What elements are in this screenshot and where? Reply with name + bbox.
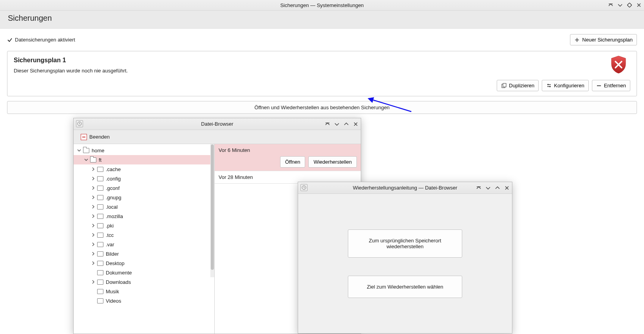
tree-label: .gconf bbox=[106, 185, 119, 191]
chevron-right-icon[interactable] bbox=[90, 185, 96, 191]
window-controls bbox=[608, 0, 642, 10]
minimize-icon[interactable] bbox=[334, 121, 340, 127]
svg-rect-1 bbox=[627, 3, 631, 7]
plan-title: Sicherungsplan 1 bbox=[14, 57, 630, 64]
tree-row[interactable]: .config bbox=[74, 174, 214, 183]
folder-icon bbox=[97, 195, 103, 200]
open-restore-button[interactable]: Öffnen und Wiederherstellen aus bestehen… bbox=[7, 101, 637, 114]
quit-button[interactable]: Beenden bbox=[78, 132, 113, 142]
chevron-right-icon[interactable] bbox=[90, 222, 96, 229]
tree-label: .config bbox=[106, 176, 121, 182]
chevron-right-icon[interactable] bbox=[90, 232, 96, 238]
file-browser-toolbar: Beenden bbox=[74, 130, 361, 144]
plus-icon bbox=[574, 37, 580, 43]
chevron-right-icon[interactable] bbox=[90, 260, 96, 266]
version-item[interactable]: Vor 6 MinutenÖffnenWiederherstellen bbox=[215, 144, 361, 171]
chevron-right-icon[interactable] bbox=[90, 166, 96, 172]
file-browser-title: Datei-Browser bbox=[201, 121, 233, 127]
folder-tree[interactable]: homeft.cache.config.gconf.gnupg.local.mo… bbox=[74, 144, 215, 334]
minimize-icon[interactable] bbox=[485, 185, 491, 191]
chevron-right-icon[interactable] bbox=[90, 175, 96, 182]
duplicate-button[interactable]: Duplizieren bbox=[497, 80, 539, 91]
folder-icon bbox=[90, 157, 96, 162]
tree-row[interactable]: .pki bbox=[74, 221, 214, 230]
tree-row[interactable]: .mozilla bbox=[74, 211, 214, 221]
folder-icon bbox=[97, 270, 103, 275]
tree-row[interactable]: Dokumente bbox=[74, 268, 214, 277]
tree-row[interactable]: Bilder bbox=[74, 249, 214, 258]
keep-above-icon[interactable] bbox=[608, 2, 613, 8]
restore-original-location-label: Zum ursprünglichen Speicherort wiederher… bbox=[369, 238, 441, 249]
duplicate-label: Duplizieren bbox=[509, 83, 534, 88]
svg-rect-3 bbox=[503, 83, 506, 87]
close-icon[interactable] bbox=[504, 185, 510, 191]
chevron-right-icon[interactable] bbox=[90, 213, 96, 219]
maximize-icon[interactable] bbox=[495, 185, 500, 191]
maximize-icon[interactable] bbox=[627, 2, 632, 8]
version-label: Vor 6 Minuten bbox=[219, 147, 357, 153]
chevron-right-icon[interactable] bbox=[90, 279, 96, 285]
tree-label: .mozilla bbox=[106, 213, 123, 219]
tree-row[interactable]: .local bbox=[74, 202, 214, 211]
restore-original-location-button[interactable]: Zum ursprünglichen Speicherort wiederher… bbox=[348, 229, 462, 258]
plan-description: Dieser Sicherungsplan wurde noch nie aus… bbox=[14, 68, 630, 74]
page-title: Sicherungen bbox=[0, 11, 644, 29]
chevron-down-icon[interactable] bbox=[83, 157, 89, 163]
tree-row[interactable]: ft bbox=[74, 155, 214, 164]
folder-icon bbox=[97, 223, 103, 228]
tree-row[interactable]: Musik bbox=[74, 287, 214, 296]
backup-plan-card: Sicherungsplan 1 Dieser Sicherungsplan w… bbox=[7, 51, 637, 96]
minimize-icon[interactable] bbox=[617, 2, 623, 8]
maximize-icon[interactable] bbox=[344, 121, 349, 127]
window-title: Sicherungen — Systemeinstellungen bbox=[280, 2, 364, 8]
chevron-right-icon[interactable] bbox=[90, 194, 96, 200]
tree-label: .cache bbox=[106, 166, 121, 172]
choose-restore-target-label: Ziel zum Wiederherstellen wählen bbox=[367, 284, 443, 290]
backups-enabled-checkbox[interactable]: Datensicherungen aktiviert bbox=[7, 37, 75, 43]
chevron-right-icon[interactable] bbox=[90, 204, 96, 210]
chevron-down-icon[interactable] bbox=[76, 147, 82, 153]
tree-row[interactable]: .tcc bbox=[74, 230, 214, 240]
folder-icon bbox=[97, 261, 103, 266]
configure-button[interactable]: Konfigurieren bbox=[542, 80, 588, 91]
version-label: Vor 28 Minuten bbox=[219, 174, 357, 180]
chevron-right-icon[interactable] bbox=[90, 241, 96, 247]
quit-label: Beenden bbox=[89, 134, 110, 140]
choose-restore-target-button[interactable]: Ziel zum Wiederherstellen wählen bbox=[348, 276, 462, 298]
tree-row[interactable]: .gconf bbox=[74, 183, 214, 193]
tree-row[interactable]: .cache bbox=[74, 164, 214, 174]
restore-guide-title: Wiederherstellungsanleitung — Datei-Brow… bbox=[353, 185, 458, 191]
folder-icon bbox=[83, 148, 89, 153]
close-icon[interactable] bbox=[353, 121, 358, 127]
remove-label: Entfernen bbox=[604, 83, 626, 88]
open-restore-label: Öffnen und Wiederherstellen aus bestehen… bbox=[254, 105, 389, 110]
configure-icon bbox=[546, 83, 552, 88]
folder-icon bbox=[97, 242, 103, 247]
tree-row[interactable]: .gnupg bbox=[74, 193, 214, 202]
tree-row[interactable]: Videos bbox=[74, 296, 214, 305]
keep-above-icon[interactable] bbox=[325, 121, 330, 127]
chevron-right-icon[interactable] bbox=[90, 251, 96, 257]
content-body: Datensicherungen aktiviert Neuer Sicheru… bbox=[0, 29, 644, 119]
open-version-button[interactable]: Öffnen bbox=[280, 156, 306, 168]
new-backup-plan-label: Neuer Sicherungsplan bbox=[582, 37, 633, 43]
keep-above-icon[interactable] bbox=[476, 185, 481, 191]
folder-icon bbox=[97, 289, 103, 294]
tree-label: .pki bbox=[106, 223, 114, 229]
new-backup-plan-button[interactable]: Neuer Sicherungsplan bbox=[570, 34, 637, 45]
remove-button[interactable]: Entfernen bbox=[592, 80, 630, 91]
tree-row[interactable]: .var bbox=[74, 240, 214, 249]
main-titlebar: Sicherungen — Systemeinstellungen bbox=[0, 0, 644, 11]
restore-version-button[interactable]: Wiederherstellen bbox=[308, 156, 357, 168]
tree-label: Bilder bbox=[106, 251, 119, 257]
tree-row[interactable]: Desktop bbox=[74, 258, 214, 268]
duplicate-icon bbox=[501, 83, 507, 88]
tree-row[interactable]: Downloads bbox=[74, 277, 214, 287]
tree-row[interactable]: home bbox=[74, 146, 214, 155]
folder-icon bbox=[97, 186, 103, 191]
tree-scrollbar[interactable] bbox=[210, 144, 214, 277]
folder-icon bbox=[97, 204, 103, 209]
tree-label: Downloads bbox=[106, 279, 131, 285]
check-icon bbox=[7, 37, 13, 43]
close-icon[interactable] bbox=[636, 2, 642, 8]
